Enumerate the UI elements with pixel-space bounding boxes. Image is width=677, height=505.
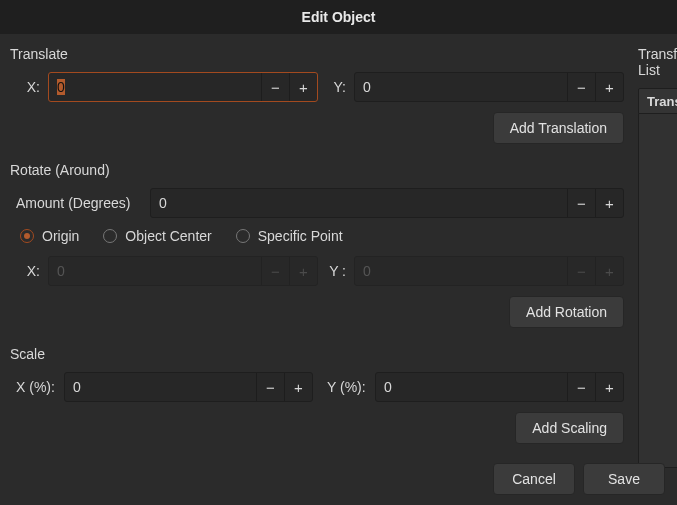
translate-y-increment[interactable]: + [595,73,623,101]
translate-label: Translate [10,46,624,62]
rotate-y-label: Y : [326,263,346,279]
minus-icon: − [577,79,586,96]
add-scaling-button[interactable]: Add Scaling [515,412,624,444]
minus-icon: − [577,263,586,280]
radio-origin-label: Origin [42,228,79,244]
minus-icon: − [271,79,280,96]
radio-point-label: Specific Point [258,228,343,244]
rotate-section: Rotate (Around) Amount (Degrees) − + Ori… [10,162,624,346]
scale-section: Scale X (%): − + Y (%): − + Add Scaling [10,346,624,444]
rotate-x-input: − + [48,256,318,286]
plus-icon: + [605,79,614,96]
cancel-button[interactable]: Cancel [493,463,575,495]
rotate-amount-decrement[interactable]: − [567,189,595,217]
plus-icon: + [299,263,308,280]
radio-center-label: Object Center [125,228,211,244]
translate-y-label: Y: [326,79,346,95]
rotate-amount-label: Amount (Degrees) [10,195,142,211]
minus-icon: − [266,379,275,396]
rotate-y-decrement: − [567,257,595,285]
translate-y-decrement[interactable]: − [567,73,595,101]
radio-dot-icon [236,229,250,243]
add-rotation-button[interactable]: Add Rotation [509,296,624,328]
rotate-label: Rotate (Around) [10,162,624,178]
scale-y-decrement[interactable]: − [567,373,595,401]
plus-icon: + [294,379,303,396]
scale-x-label: X (%): [10,379,56,395]
scale-x-decrement[interactable]: − [256,373,284,401]
scale-y-field[interactable] [376,373,567,401]
transformations-panel: Transformations List Transformation [638,46,677,468]
plus-icon: + [605,379,614,396]
rotate-x-label: X: [20,263,40,279]
plus-icon: + [605,263,614,280]
rotate-y-input: − + [354,256,624,286]
minus-icon: − [577,195,586,212]
scale-label: Scale [10,346,624,362]
translate-section: Translate X: − + Y: − + Add Translation [10,46,624,162]
radio-specific-point[interactable]: Specific Point [236,228,343,244]
translate-x-field[interactable] [49,73,261,101]
radio-origin[interactable]: Origin [20,228,79,244]
rotate-x-field [49,257,261,285]
rotate-x-increment: + [289,257,317,285]
plus-icon: + [299,79,308,96]
scale-x-field[interactable] [65,373,256,401]
translate-x-decrement[interactable]: − [261,73,289,101]
translate-x-input[interactable]: − + [48,72,318,102]
translate-y-input[interactable]: − + [354,72,624,102]
window-title: Edit Object [302,9,376,25]
transformations-list-body[interactable] [638,114,677,468]
add-translation-button[interactable]: Add Translation [493,112,624,144]
titlebar: Edit Object [0,0,677,34]
scale-y-increment[interactable]: + [595,373,623,401]
minus-icon: − [271,263,280,280]
minus-icon: − [577,379,586,396]
scale-y-input[interactable]: − + [375,372,624,402]
translate-x-increment[interactable]: + [289,73,317,101]
rotate-x-decrement: − [261,257,289,285]
plus-icon: + [605,195,614,212]
rotate-y-increment: + [595,257,623,285]
transformations-list-label: Transformations List [638,46,677,78]
translate-y-field[interactable] [355,73,567,101]
save-button[interactable]: Save [583,463,665,495]
radio-dot-icon [103,229,117,243]
radio-object-center[interactable]: Object Center [103,228,211,244]
rotate-amount-increment[interactable]: + [595,189,623,217]
scale-x-input[interactable]: − + [64,372,313,402]
rotate-amount-input[interactable]: − + [150,188,624,218]
rotate-y-field [355,257,567,285]
rotate-amount-field[interactable] [151,189,567,217]
scale-y-label: Y (%): [321,379,367,395]
scale-x-increment[interactable]: + [284,373,312,401]
translate-x-label: X: [20,79,40,95]
radio-dot-icon [20,229,34,243]
transformations-column-header[interactable]: Transformation [638,88,677,114]
